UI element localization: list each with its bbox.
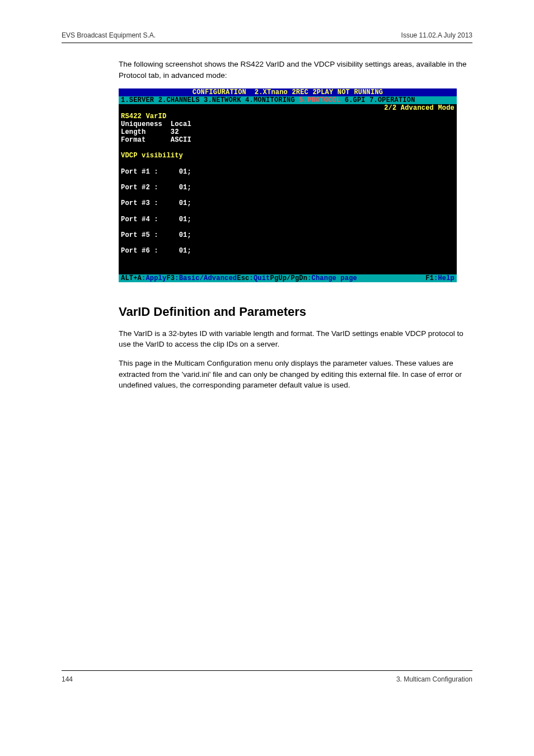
- section-title: VarID Definition and Parameters: [119, 305, 472, 319]
- desc-help: :Help: [434, 274, 455, 282]
- blank-row: [121, 255, 455, 263]
- port-row: Port #5 : 01;: [121, 231, 455, 239]
- menu-gpi: 6.GPI: [345, 96, 366, 104]
- page-header: EVS Broadcast Equipment S.A. Issue 11.02…: [62, 31, 472, 43]
- port-row: Port #3 : 01;: [121, 199, 455, 207]
- key-pgup-pgdn: PgUp/PgDn: [270, 274, 308, 282]
- vdcp-visibility-header: VDCP visibility: [121, 152, 455, 160]
- blank-row: [121, 223, 455, 231]
- blank-row: [121, 207, 455, 215]
- key-esc: Esc: [237, 274, 249, 282]
- page-number: 144: [62, 675, 73, 683]
- intro-text: The following screenshot shows the RS422…: [119, 59, 472, 81]
- varid-uniqueness: Uniqueness Local: [121, 120, 455, 128]
- key-f1: F1: [425, 274, 434, 282]
- varid-format: Format ASCII: [121, 136, 455, 144]
- rs422-varid-header: RS422 VarID: [121, 113, 455, 120]
- key-f3: F3: [166, 274, 175, 282]
- blank-row: [121, 263, 455, 271]
- terminal-titlebar: CONFIGURATION 2.XTnano 2REC 2PLAY NOT RU…: [119, 88, 457, 96]
- terminal-screenshot: CONFIGURATION 2.XTnano 2REC 2PLAY NOT RU…: [119, 88, 457, 282]
- blank-row: [121, 160, 455, 168]
- terminal-statusbar: ALT+A:Apply F3:Basic/Advanced Esc:Quit P…: [119, 274, 457, 282]
- desc-apply: :Apply: [142, 274, 166, 282]
- page: EVS Broadcast Equipment S.A. Issue 11.02…: [0, 0, 534, 706]
- port-row: Port #6 : 01;: [121, 247, 455, 255]
- blank-row: [121, 192, 455, 199]
- menu-operation: 7.OPERATION: [369, 96, 415, 104]
- menu-protocol: 5.PROTOCOL: [299, 96, 340, 104]
- paragraph-2: This page in the Multicam Configuration …: [119, 358, 472, 391]
- header-left: EVS Broadcast Equipment S.A.: [62, 31, 156, 39]
- terminal-menubar: 1.SERVER 2.CHANNELS 3.NETWORK 4.MONITORI…: [119, 96, 457, 104]
- blank-row: [121, 239, 455, 247]
- desc-basic-advanced: :Basic/Advanced: [175, 274, 237, 282]
- desc-change-page: :Change page: [307, 274, 357, 282]
- menu-channels: 2.CHANNELS: [158, 96, 200, 104]
- page-footer: 144 3. Multicam Configuration: [62, 670, 472, 683]
- blank-row: [121, 176, 455, 184]
- paragraph-1: The VarID is a 32-bytes ID with variable…: [119, 328, 472, 350]
- mode-indicator: 2/2 Advanced Mode: [121, 104, 455, 112]
- terminal-body: 2/2 Advanced Mode RS422 VarID Uniqueness…: [119, 104, 457, 274]
- header-right: Issue 11.02.A July 2013: [401, 31, 472, 39]
- footer-section: 3. Multicam Configuration: [396, 675, 472, 683]
- port-row: Port #2 : 01;: [121, 184, 455, 192]
- desc-quit: :Quit: [250, 274, 270, 282]
- port-row: Port #1 : 01;: [121, 168, 455, 176]
- key-alt-a: ALT+A: [121, 274, 142, 282]
- port-row: Port #4 : 01;: [121, 216, 455, 223]
- varid-length: Length 32: [121, 128, 455, 136]
- menu-network: 3.NETWORK: [204, 96, 241, 104]
- blank-row: [121, 144, 455, 152]
- menu-server: 1.SERVER: [121, 96, 154, 104]
- menu-monitoring: 4.MONITORING: [245, 96, 295, 104]
